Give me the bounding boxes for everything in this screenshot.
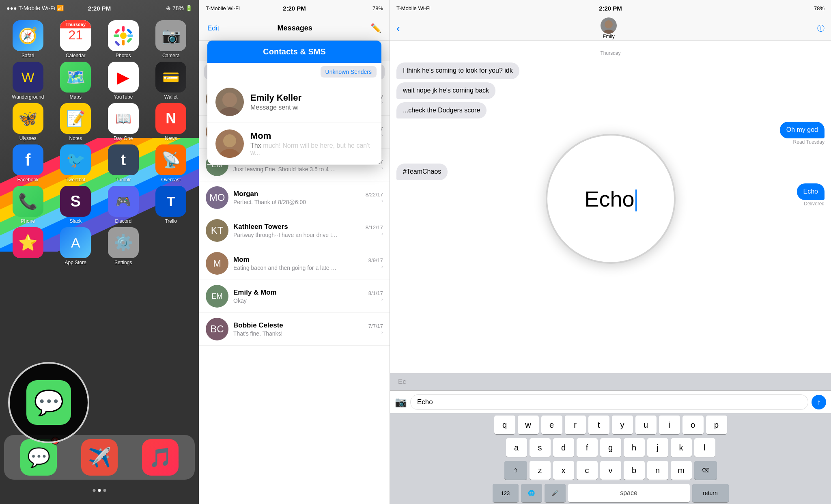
key-123[interactable]: 123	[493, 484, 519, 502]
compose-button[interactable]: ✏️	[370, 23, 381, 34]
music-dock-icon[interactable]: 🎵	[142, 439, 179, 476]
key-p[interactable]: p	[706, 416, 727, 434]
app-settings[interactable]: ⚙️ Settings	[103, 227, 144, 265]
calendar-icon[interactable]: Thursday 21	[60, 20, 91, 51]
send-button[interactable]: ↑	[812, 395, 826, 409]
topaz-icon[interactable]: ⭐	[13, 227, 43, 258]
ulysses-icon[interactable]: 🦋	[13, 103, 43, 134]
key-l[interactable]: l	[694, 438, 715, 457]
key-y[interactable]: y	[612, 416, 633, 434]
app-discord[interactable]: 🎮 Discord	[103, 186, 144, 224]
dock-spark[interactable]: ✈️	[81, 439, 118, 476]
app-calendar[interactable]: Thursday 21 Calendar	[55, 20, 96, 58]
key-return[interactable]: return	[692, 484, 729, 502]
app-dayone[interactable]: 📖 Day One	[103, 103, 144, 141]
phone-icon[interactable]: 📞	[13, 186, 43, 217]
info-button[interactable]: ⓘ	[817, 24, 825, 33]
app-facebook[interactable]: f Facebook	[8, 144, 48, 183]
key-delete[interactable]: ⌫	[694, 461, 717, 480]
key-u[interactable]: u	[635, 416, 657, 434]
facebook-icon[interactable]: f	[13, 144, 43, 175]
app-photos[interactable]: Photos	[103, 20, 144, 58]
app-news[interactable]: N News	[151, 103, 191, 141]
key-g[interactable]: g	[600, 438, 621, 457]
key-k[interactable]: k	[671, 438, 692, 457]
key-w[interactable]: w	[518, 416, 539, 434]
app-youtube[interactable]: ▶ YouTube	[103, 62, 144, 100]
app-camera[interactable]: 📷 Camera	[151, 20, 191, 58]
appstore-icon[interactable]: A	[60, 227, 91, 258]
message-input[interactable]	[410, 394, 808, 410]
edit-button[interactable]: Edit	[207, 24, 219, 32]
popup-contact-emily[interactable]: Emily Keller Message sent wi	[207, 81, 381, 123]
key-j[interactable]: j	[647, 438, 668, 457]
key-x[interactable]: x	[553, 461, 574, 480]
dayone-icon[interactable]: 📖	[108, 103, 139, 134]
settings-icon[interactable]: ⚙️	[108, 227, 139, 258]
key-s[interactable]: s	[530, 438, 551, 457]
youtube-icon[interactable]: ▶	[108, 62, 139, 93]
app-topaz[interactable]: ⭐	[8, 227, 48, 265]
list-item[interactable]: M Mom Eating bacon and then going for a …	[199, 247, 390, 280]
app-tweetbot[interactable]: 🐦 Tweetbot	[55, 144, 96, 183]
maps-icon[interactable]: 🗺️	[60, 62, 91, 93]
app-appstore[interactable]: A App Store	[55, 227, 96, 265]
tweetbot-icon[interactable]: 🐦	[60, 144, 91, 175]
app-phone[interactable]: 📞 Phone	[8, 186, 48, 224]
app-safari[interactable]: 🧭 Safari	[8, 20, 48, 58]
key-o[interactable]: o	[682, 416, 704, 434]
trello-icon[interactable]: T	[155, 186, 186, 217]
key-b[interactable]: b	[624, 461, 645, 480]
spark-dock-icon[interactable]: ✈️	[81, 439, 118, 476]
app-overcast[interactable]: 📡 Overcast	[151, 144, 191, 183]
key-t[interactable]: t	[588, 416, 609, 434]
wunderground-icon[interactable]: W	[13, 62, 43, 93]
list-item[interactable]: KT Kathleen Towers Partway through--I ha…	[199, 214, 390, 247]
list-item[interactable]: EM Emily & Mom Okay 8/1/17 ›	[199, 280, 390, 313]
key-f[interactable]: f	[577, 438, 598, 457]
dock-messages[interactable]: 💬 5	[20, 439, 57, 476]
key-v[interactable]: v	[600, 461, 621, 480]
chat-avatar-emily[interactable]	[601, 17, 617, 34]
key-m[interactable]: m	[671, 461, 692, 480]
key-q[interactable]: q	[494, 416, 515, 434]
notes-icon[interactable]: 📝	[60, 103, 91, 134]
dock-music[interactable]: 🎵	[142, 439, 179, 476]
app-tumblr[interactable]: t Tumblr	[103, 144, 144, 183]
safari-icon[interactable]: 🧭	[13, 20, 43, 51]
photos-icon[interactable]	[108, 20, 139, 51]
key-c[interactable]: c	[577, 461, 598, 480]
messages-dock-icon[interactable]: 💬	[20, 439, 57, 476]
key-mic[interactable]: 🎤	[545, 484, 566, 502]
key-globe[interactable]: 🌐	[521, 484, 542, 502]
key-e[interactable]: e	[541, 416, 562, 434]
popup-contact-mom[interactable]: Mom Thx much! Norm will be here, but he …	[207, 123, 381, 165]
slack-icon[interactable]: S	[60, 186, 91, 217]
overcast-icon[interactable]: 📡	[155, 144, 186, 175]
key-n[interactable]: n	[647, 461, 668, 480]
discord-icon[interactable]: 🎮	[108, 186, 139, 217]
key-r[interactable]: r	[565, 416, 586, 434]
camera-input-button[interactable]: 📷	[395, 396, 407, 408]
key-shift[interactable]: ⇧	[504, 461, 527, 480]
key-h[interactable]: h	[624, 438, 645, 457]
app-maps[interactable]: 🗺️ Maps	[55, 62, 96, 100]
key-space[interactable]: space	[568, 484, 690, 502]
key-z[interactable]: z	[530, 461, 551, 480]
app-ulysses[interactable]: 🦋 Ulysses	[8, 103, 48, 141]
key-d[interactable]: d	[553, 438, 574, 457]
camera-icon[interactable]: 📷	[155, 20, 186, 51]
app-wallet[interactable]: 💳 Wallet	[151, 62, 191, 100]
list-item[interactable]: MO Morgan Perfect. Thank u! 8/28@6:00 8/…	[199, 181, 390, 214]
unknown-senders-button[interactable]: Unknown Senders	[321, 66, 377, 78]
key-a[interactable]: a	[506, 438, 527, 457]
app-notes[interactable]: 📝 Notes	[55, 103, 96, 141]
app-slack[interactable]: S Slack	[55, 186, 96, 224]
key-i[interactable]: i	[659, 416, 680, 434]
app-wunderground[interactable]: W Wunderground	[8, 62, 48, 100]
tumblr-icon[interactable]: t	[108, 144, 139, 175]
back-button[interactable]: ‹	[396, 22, 400, 35]
wallet-icon[interactable]: 💳	[155, 62, 186, 93]
news-icon[interactable]: N	[155, 103, 186, 134]
list-item[interactable]: BC Bobbie Celeste That's fine. Thanks! 7…	[199, 313, 390, 346]
